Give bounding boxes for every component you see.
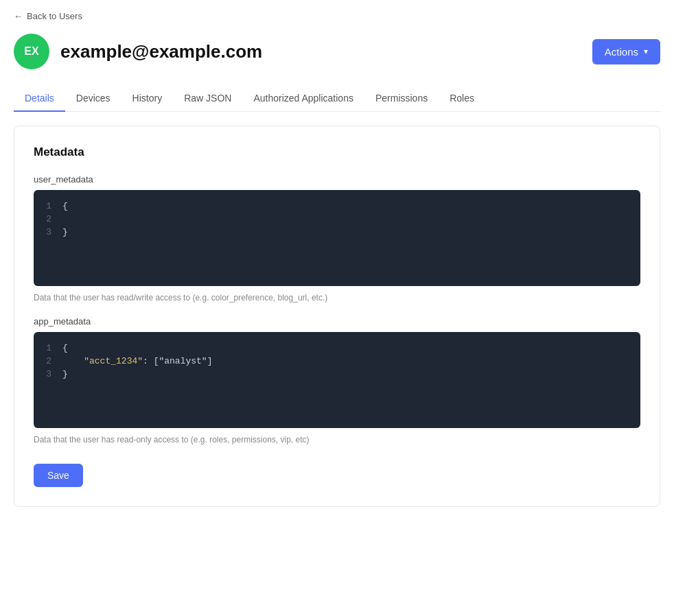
tab-authorized-applications[interactable]: Authorized Applications [242,86,364,112]
tab-permissions[interactable]: Permissions [364,86,439,112]
user-metadata-section: user_metadata 1 { 2 3 } Data that the us… [34,174,640,303]
code-line: 3 } [34,226,640,239]
line-code: { [62,343,68,353]
code-line: 2 [34,213,640,226]
tab-roles[interactable]: Roles [439,86,485,112]
actions-label: Actions [605,46,638,58]
tab-history[interactable]: History [121,86,174,112]
line-code: } [62,227,68,237]
avatar: EX [14,34,49,69]
metadata-card: Metadata user_metadata 1 { 2 3 } Data th… [14,126,660,507]
line-number: 1 [34,343,62,353]
code-line: 1 { [34,200,640,213]
app-metadata-hint: Data that the user has read-only access … [34,435,640,445]
app-metadata-section: app_metadata 1 { 2 "acct_1234": ["analys… [34,316,640,445]
line-number: 2 [34,214,62,224]
line-number: 2 [34,356,62,366]
line-number: 3 [34,227,62,237]
tab-devices[interactable]: Devices [65,86,121,112]
back-arrow-icon: ← [14,11,23,21]
app-metadata-editor[interactable]: 1 { 2 "acct_1234": ["analyst"] 3 } [34,332,640,428]
chevron-down-icon: ▾ [644,47,648,56]
header-left: EX example@example.com [14,34,262,69]
card-title: Metadata [34,145,640,159]
code-line: 3 } [34,368,640,381]
user-metadata-editor[interactable]: 1 { 2 3 } [34,190,640,286]
line-number: 1 [34,201,62,211]
back-to-users-label: Back to Users [27,11,82,21]
user-metadata-hint: Data that the user has read/write access… [34,293,640,303]
code-line: 1 { [34,342,640,355]
tab-details[interactable]: Details [14,86,65,112]
app-metadata-label: app_metadata [34,316,640,327]
user-metadata-label: user_metadata [34,174,640,185]
tabs-bar: Details Devices History Raw JSON Authori… [14,86,660,112]
line-code: { [62,201,68,211]
tab-raw-json[interactable]: Raw JSON [173,86,242,112]
line-number: 3 [34,369,62,379]
line-code: } [62,369,68,379]
back-to-users-link[interactable]: ← Back to Users [14,11,660,21]
code-line: 2 "acct_1234": ["analyst"] [34,355,640,368]
user-email: example@example.com [60,41,262,62]
actions-button[interactable]: Actions ▾ [592,39,660,64]
header-row: EX example@example.com Actions ▾ [14,34,660,69]
save-button[interactable]: Save [34,464,83,487]
line-code: "acct_1234": ["analyst"] [62,356,212,366]
